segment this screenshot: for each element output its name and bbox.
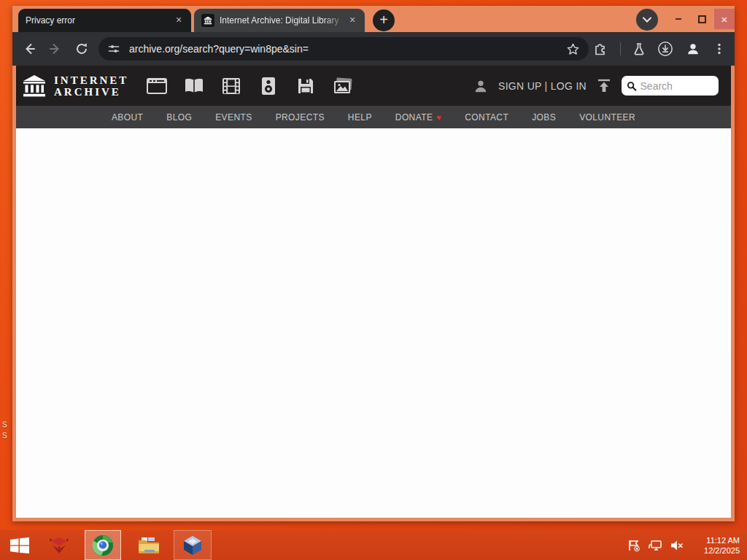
audio-icon[interactable] bbox=[258, 77, 279, 96]
chrome-icon bbox=[92, 534, 114, 556]
nav-blog[interactable]: BLOG bbox=[166, 112, 192, 122]
web-page: INTERNET ARCHIVE bbox=[16, 66, 731, 518]
tab-internet-archive[interactable]: Internet Archive: Digital Library × bbox=[194, 9, 365, 32]
clock-time: 11:12 AM bbox=[704, 535, 740, 545]
tab-search-button[interactable] bbox=[636, 9, 658, 31]
images-icon[interactable] bbox=[332, 77, 354, 95]
header-right-cluster: SIGN UP | LOG IN bbox=[473, 76, 719, 96]
search-icon bbox=[627, 80, 637, 92]
tab-close-icon[interactable]: × bbox=[346, 14, 359, 27]
tab-privacy-error[interactable]: Privacy error × bbox=[18, 9, 191, 32]
software-icon[interactable] bbox=[295, 77, 317, 95]
donate-heart-icon: ♥ bbox=[436, 113, 441, 122]
address-bar[interactable]: archive.org/search?query=win8pe&sin= bbox=[98, 37, 589, 61]
nav-events[interactable]: EVENTS bbox=[215, 112, 252, 122]
network-status-icon[interactable] bbox=[648, 539, 662, 552]
media-type-icons bbox=[146, 77, 354, 96]
maximize-button[interactable] bbox=[691, 9, 713, 29]
bookmark-star-icon[interactable] bbox=[566, 42, 580, 56]
site-info-icon[interactable] bbox=[107, 42, 120, 55]
chrome-browser-taskbar-button[interactable] bbox=[85, 530, 121, 560]
red-app-icon[interactable] bbox=[44, 530, 74, 560]
back-button[interactable] bbox=[21, 41, 37, 57]
desktop-icon-label-fragment: S bbox=[2, 432, 7, 440]
wordmark-line-2: ARCHIVE bbox=[54, 86, 128, 98]
new-tab-button[interactable]: + bbox=[373, 9, 395, 31]
signup-login-link[interactable]: SIGN UP | LOG IN bbox=[498, 80, 587, 92]
ia-search-input[interactable] bbox=[640, 80, 713, 92]
browser-window: Privacy error × Internet Archive: Digita… bbox=[12, 6, 735, 521]
downloads-icon[interactable] bbox=[657, 41, 673, 57]
desktop-icon-label-fragment: S bbox=[2, 421, 7, 429]
web-icon[interactable] bbox=[146, 78, 168, 94]
nav-contact[interactable]: CONTACT bbox=[465, 112, 508, 122]
maximize-icon bbox=[698, 15, 706, 23]
texts-icon[interactable] bbox=[183, 78, 205, 94]
browser-toolbar: archive.org/search?query=win8pe&sin= bbox=[12, 32, 735, 66]
nav-volunteer[interactable]: VOLUNTEER bbox=[579, 112, 635, 122]
nav-jobs[interactable]: JOBS bbox=[532, 112, 556, 122]
reload-button[interactable] bbox=[74, 41, 90, 57]
video-icon[interactable] bbox=[220, 77, 242, 95]
internet-archive-header: INTERNET ARCHIVE bbox=[16, 66, 731, 106]
minimize-button[interactable]: – bbox=[666, 9, 691, 29]
profile-avatar-icon[interactable] bbox=[685, 41, 701, 57]
forward-button[interactable] bbox=[47, 41, 63, 57]
url-text: archive.org/search?query=win8pe&sin= bbox=[129, 43, 566, 55]
tab-close-icon[interactable]: × bbox=[172, 14, 185, 27]
wordmark-line-1: INTERNET bbox=[54, 74, 128, 86]
desktop: S S Privacy error × Internet Archive: Di… bbox=[0, 0, 747, 560]
ia-nav-bar: ABOUT BLOG EVENTS PROJECTS HELP DONATE♥ … bbox=[16, 106, 731, 128]
action-center-flag-icon[interactable] bbox=[627, 539, 640, 552]
chevron-down-icon bbox=[643, 17, 651, 23]
taskbar-clock[interactable]: 11:12 AM 12/2/2025 bbox=[704, 530, 740, 560]
volume-muted-icon[interactable] bbox=[670, 539, 684, 552]
nav-donate-label: DONATE bbox=[395, 112, 433, 122]
windows-logo-icon bbox=[10, 537, 29, 553]
browser-menu-icon[interactable] bbox=[711, 41, 727, 57]
nav-help[interactable]: HELP bbox=[348, 112, 372, 122]
internet-archive-favicon bbox=[201, 14, 214, 27]
close-window-button[interactable]: × bbox=[714, 9, 735, 29]
taskbar: 11:12 AM 12/2/2025 bbox=[0, 530, 747, 560]
extensions-icon[interactable] bbox=[592, 41, 608, 57]
upload-icon[interactable] bbox=[596, 79, 612, 93]
clock-date: 12/2/2025 bbox=[704, 545, 740, 556]
file-explorer-icon[interactable] bbox=[133, 530, 165, 560]
experiments-beaker-icon[interactable] bbox=[631, 41, 647, 57]
toolbar-separator bbox=[620, 42, 621, 55]
ia-search-box bbox=[622, 76, 719, 96]
nav-about[interactable]: ABOUT bbox=[112, 112, 143, 122]
virtualbox-icon[interactable] bbox=[174, 530, 212, 560]
internet-archive-logo[interactable]: INTERNET ARCHIVE bbox=[22, 74, 128, 98]
start-button[interactable] bbox=[4, 530, 35, 560]
system-tray bbox=[627, 530, 684, 560]
nav-projects[interactable]: PROJECTS bbox=[276, 112, 325, 122]
tab-title: Privacy error bbox=[26, 15, 172, 26]
page-content-blank bbox=[16, 128, 731, 518]
user-icon bbox=[473, 78, 489, 94]
nav-donate[interactable]: DONATE♥ bbox=[395, 112, 441, 122]
internet-archive-building-icon bbox=[22, 74, 47, 98]
tab-strip: Privacy error × Internet Archive: Digita… bbox=[12, 6, 735, 32]
tab-title: Internet Archive: Digital Library bbox=[220, 15, 346, 26]
